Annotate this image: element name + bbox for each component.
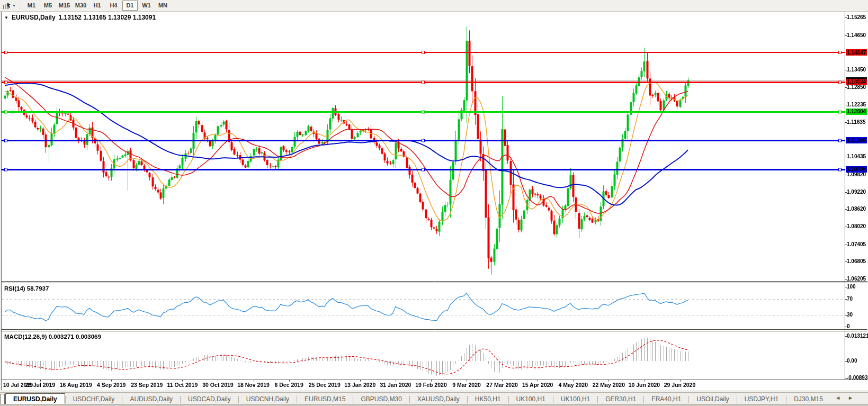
date-axis-label: 4 Sep 2019 — [97, 382, 126, 388]
rsi-indicator-label: RSI(14) 58.7937 — [4, 285, 49, 292]
chart-tab-uk100-h1[interactable]: UK100,H1 — [509, 394, 553, 404]
macd-axis-label: 0.00 — [847, 358, 857, 364]
rsi-axis-label: 30 — [847, 312, 853, 318]
date-axis-label: 13 Jan 2020 — [344, 382, 375, 388]
chart-tab-usdcad-daily[interactable]: USDCAD,Daily — [181, 394, 238, 404]
price-axis-label: 1.14650 — [847, 32, 866, 38]
price-axis-label: 1.15265 — [847, 14, 866, 20]
date-axis-label: 15 Apr 2020 — [522, 382, 553, 388]
chart-tab-bar: EURUSD,DailyUSDCHF,DailyAUDUSD,DailyUSDC… — [0, 392, 868, 404]
date-axis-label: 30 Oct 2019 — [202, 382, 233, 388]
price-axis-label: 1.08620 — [847, 206, 866, 212]
date-axis-label: 22 May 2020 — [593, 382, 625, 388]
tab-stub[interactable] — [0, 394, 5, 404]
timeframe-toolbar: ▼ M1M5M15M30H1H4D1W1MN — [0, 0, 868, 12]
chart-title: ▼ EURUSD,Daily 1.13152 1.13165 1.13029 1… — [4, 14, 156, 21]
quote-dropdown-icon[interactable]: ▼ — [4, 15, 8, 20]
date-axis-label: 10 Jun 2020 — [629, 382, 660, 388]
chart-tab-xauusd-daily[interactable]: XAUUSD,Daily — [410, 394, 467, 404]
chart-tab-uk100-h1[interactable]: UK100,H1 — [553, 394, 597, 404]
date-axis-label: 29 Jul 2019 — [25, 382, 55, 388]
timeframe-button-m15[interactable]: M15 — [57, 1, 72, 11]
date-axis-label: 29 Jun 2020 — [664, 382, 696, 388]
hline-price-tag[interactable]: 1.14047 — [846, 49, 867, 56]
date-axis-label: 25 Dec 2019 — [309, 382, 341, 388]
date-axis-label: 16 Aug 2019 — [60, 382, 92, 388]
date-axis-label: 27 Mar 2020 — [486, 382, 518, 388]
price-axis-label: 1.12235 — [847, 102, 866, 107]
date-axis-label: 4 May 2020 — [559, 382, 588, 388]
date-axis-label: 19 Feb 2020 — [415, 382, 447, 388]
hline-price-tag[interactable]: 1.12004 — [846, 109, 867, 115]
price-axis-label: 1.07405 — [847, 241, 866, 247]
date-axis-label: 31 Jan 2020 — [380, 382, 411, 388]
hline-price-tag[interactable]: 1.13034 — [846, 79, 867, 85]
tab-scroll-left-icon[interactable]: ◄ — [835, 395, 848, 401]
macd-indicator-label: MACD(12,26,9) 0.003271 0.003069 — [4, 333, 101, 340]
chart-tab-eurusd-daily[interactable]: EURUSD,Daily — [5, 393, 65, 405]
chart-tab-usdcnh-daily[interactable]: USDCNH,Daily — [239, 394, 297, 404]
rsi-axis-label: 0 — [847, 323, 850, 329]
chart-window: ▼ M1M5M15M30H1H4D1W1MN ▼ EURUSD,Daily 1.… — [0, 0, 868, 406]
hline-price-tag[interactable]: 1.11009 — [846, 137, 867, 143]
rsi-axis-label: 70 — [847, 296, 853, 302]
timeframe-button-h1[interactable]: H1 — [90, 1, 105, 11]
chart-tab-audusd-daily[interactable]: AUDUSD,Daily — [122, 394, 180, 404]
chart-tool-dropdown-icon[interactable]: ▼ — [12, 4, 16, 7]
chart-tab-eurusd-m15[interactable]: EURUSD,M15 — [297, 394, 353, 404]
chart-tab-gbpusd-m30[interactable]: GBPUSD,M30 — [353, 394, 409, 404]
hline-price-tag[interactable]: 1.10008 — [846, 166, 867, 173]
date-axis-label: 23 Sep 2019 — [131, 382, 163, 388]
price-chart-canvas[interactable] — [0, 0, 868, 406]
macd-axis-label: 0.013121 — [847, 333, 868, 339]
chart-ohlc-values: 1.13152 1.13165 1.13029 1.13091 — [59, 14, 156, 21]
chart-tab-hk50-h1[interactable]: HK50,H1 — [468, 394, 508, 404]
chart-symbol-label: EURUSD,Daily — [12, 14, 56, 21]
chart-tab-usdjpy-h1[interactable]: USDJPY,H1 — [737, 394, 786, 404]
chart-tab-ger30-h1[interactable]: GER30,H1 — [598, 394, 643, 404]
chart-cursor-icon[interactable] — [2, 2, 12, 10]
chart-tab-usoil-daily[interactable]: USOil,Daily — [689, 394, 736, 404]
rsi-axis-label: 100 — [847, 284, 856, 290]
chart-tab-dj30-m15[interactable]: DJ30,M15 — [786, 394, 830, 404]
price-axis-label: 1.10435 — [847, 154, 866, 159]
timeframe-button-m30[interactable]: M30 — [73, 1, 88, 11]
price-axis-label: 1.08020 — [847, 223, 866, 229]
timeframe-button-m1[interactable]: M1 — [24, 1, 39, 11]
timeframe-button-m5[interactable]: M5 — [40, 1, 56, 11]
status-bar — [0, 404, 868, 406]
date-axis-label: 18 Nov 2019 — [237, 382, 270, 388]
timeframe-button-mn[interactable]: MN — [155, 1, 171, 11]
timeframe-button-w1[interactable]: W1 — [139, 1, 154, 11]
timeframe-button-d1[interactable]: D1 — [122, 1, 138, 11]
price-axis-label: 1.13450 — [847, 67, 866, 73]
price-axis-label: 1.06205 — [847, 276, 866, 282]
date-axis-label: 9 Mar 2020 — [452, 382, 481, 388]
tab-scroll-right-icon[interactable]: ► — [848, 395, 861, 401]
macd-axis-label: -0.008933 — [847, 375, 868, 381]
timeframe-button-h4[interactable]: H4 — [106, 1, 121, 11]
chart-tab-fra40-h1[interactable]: FRA40,H1 — [644, 394, 688, 404]
price-axis-label: 1.11635 — [847, 119, 866, 125]
date-axis-label: 6 Dec 2019 — [274, 382, 303, 388]
date-axis-label: 11 Oct 2019 — [167, 382, 198, 388]
price-axis-label: 1.09220 — [847, 189, 866, 195]
toolbar-grip[interactable] — [20, 2, 20, 10]
price-axis-label: 1.06805 — [847, 258, 866, 264]
chart-tab-usdchf-daily[interactable]: USDCHF,Daily — [66, 394, 122, 404]
